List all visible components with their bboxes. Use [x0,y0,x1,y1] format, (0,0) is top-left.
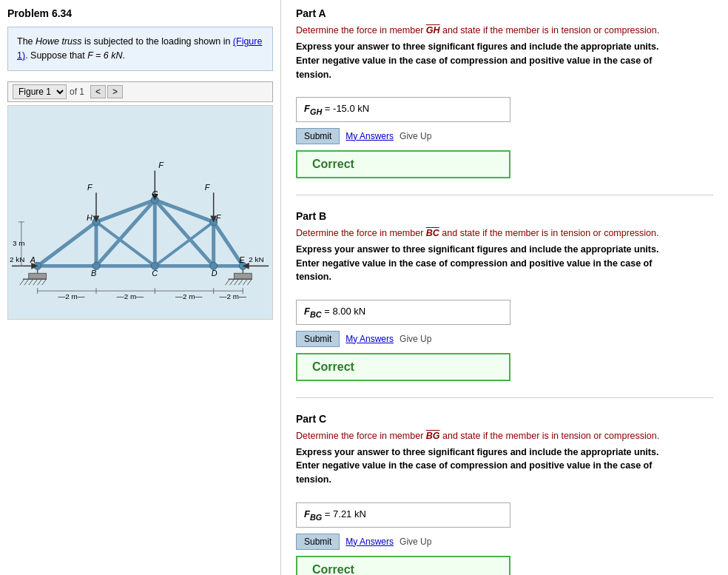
part-c-answer-label: FBG [304,508,322,519]
figure-diagram: A B C D E H G F F F F 2 kN 2 kN 3 m [7,105,273,320]
part-a-question: Determine the force in member GH and sta… [296,25,713,36]
part-c-give-up[interactable]: Give Up [400,537,431,547]
part-c-answer-eq: = [325,508,331,519]
part-a-answer-eq: = [325,103,331,114]
part-b-section: Part B Determine the force in member BC … [296,210,713,398]
part-c-question: Determine the force in member BG and sta… [296,431,713,441]
part-a-submit-button[interactable]: Submit [296,128,340,144]
desc-text-2: is subjected to the loading shown in [82,36,233,47]
svg-text:E: E [239,255,245,264]
part-a-correct-badge: Correct [296,150,510,178]
part-c-actions: Submit My Answers Give Up [296,534,713,550]
figure-prev-button[interactable]: < [90,85,106,98]
svg-text:B: B [91,269,96,278]
part-a-answer-value: -15.0 kN [333,103,369,114]
part-a-actions: Submit My Answers Give Up [296,128,713,144]
figure-next-button[interactable]: > [107,85,123,98]
desc-italic: Howe truss [36,36,82,47]
svg-text:—2 m—: —2 m— [175,292,202,300]
svg-text:2 kN: 2 kN [10,255,24,263]
figure-of-label: of 1 [70,87,84,97]
part-c-title: Part C [296,413,713,425]
svg-text:H: H [87,212,92,221]
part-c-answer-value: 7.21 kN [333,508,366,519]
part-b-answer-label: FBC [304,306,322,317]
desc-text-1: The [17,36,36,47]
svg-text:C: C [152,269,158,278]
part-b-my-answers-link[interactable]: My Answers [346,334,394,344]
part-b-give-up[interactable]: Give Up [400,334,431,344]
svg-text:G: G [152,189,158,198]
right-panel: Part A Determine the force in member GH … [281,0,728,575]
svg-text:—2 m—: —2 m— [220,292,246,300]
svg-text:A: A [30,255,36,264]
problem-description: The Howe truss is subjected to the loadi… [7,27,273,71]
desc-text-4: . [123,50,125,61]
svg-text:2 kN: 2 kN [249,255,263,263]
part-c-section: Part C Determine the force in member BG … [296,413,713,575]
desc-text-3: . Suppose that [25,50,87,61]
figure-selector-bar: Figure 1 of 1 < > [7,81,273,102]
part-c-my-answers-link[interactable]: My Answers [346,537,394,547]
part-b-answer-value: 8.00 kN [332,306,365,317]
svg-rect-0 [8,106,272,319]
desc-math: F = 6 kN [87,50,122,61]
part-a-my-answers-link[interactable]: My Answers [346,131,394,141]
part-a-title: Part A [296,7,713,19]
part-a-give-up[interactable]: Give Up [400,131,431,141]
problem-title: Problem 6.34 [7,7,273,19]
part-a-answer-label: FGH [304,103,322,114]
svg-text:3 m: 3 m [13,238,25,246]
part-b-submit-button[interactable]: Submit [296,331,340,347]
part-b-title: Part B [296,210,713,222]
part-b-question: Determine the force in member BC and sta… [296,228,713,238]
svg-point-40 [92,218,100,225]
part-a-answer-box: FGH = -15.0 kN [296,97,510,122]
part-c-correct-badge: Correct [296,556,510,575]
part-b-actions: Submit My Answers Give Up [296,331,713,347]
part-b-answer-eq: = [324,306,330,317]
svg-text:—2 m—: —2 m— [58,292,84,300]
svg-text:D: D [212,269,218,278]
part-b-answer-box: FBC = 8.00 kN [296,300,510,325]
part-c-answer-box: FBG = 7.21 kN [296,502,510,528]
part-c-submit-button[interactable]: Submit [296,534,340,550]
svg-rect-2 [29,273,47,279]
figure-dropdown[interactable]: Figure 1 [13,84,67,99]
svg-rect-11 [234,273,252,279]
left-panel: Problem 6.34 The Howe truss is subjected… [0,0,281,575]
part-c-instructions: Express your answer to three significant… [296,445,713,487]
svg-text:—2 m—: —2 m— [117,292,144,300]
part-b-instructions: Express your answer to three significant… [296,243,713,284]
part-a-instructions: Express your answer to three significant… [296,40,713,81]
part-b-correct-badge: Correct [296,353,510,381]
part-a-section: Part A Determine the force in member GH … [296,7,713,195]
